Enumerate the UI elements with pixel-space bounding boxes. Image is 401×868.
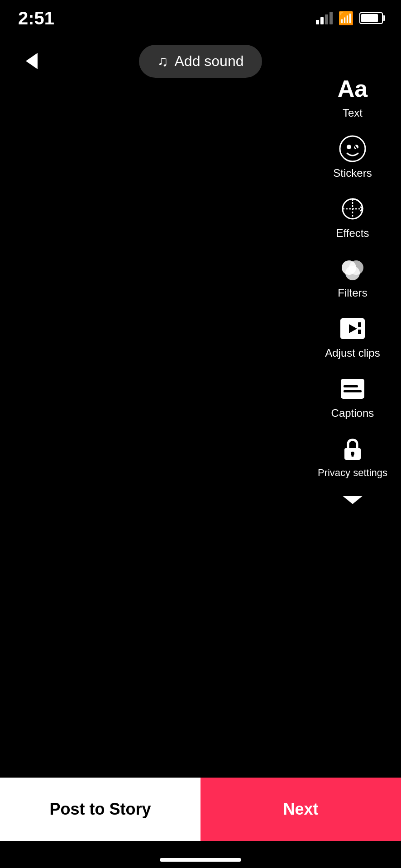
svg-rect-21 (351, 453, 353, 457)
signal-icon (316, 12, 333, 24)
captions-label: Captions (331, 407, 374, 420)
bottom-buttons: Post to Story Next (0, 778, 401, 841)
text-label: Text (343, 107, 363, 120)
svg-rect-13 (358, 322, 361, 327)
privacy-settings-icon (338, 434, 367, 463)
captions-tool[interactable]: Captions (327, 368, 379, 426)
effects-label: Effects (336, 227, 369, 240)
captions-icon (338, 374, 367, 403)
text-icon: Aa (338, 74, 367, 103)
adjust-clips-icon (338, 314, 367, 343)
adjust-clips-tool[interactable]: Adjust clips (320, 308, 384, 366)
svg-point-0 (340, 136, 365, 161)
battery-icon (359, 12, 383, 24)
back-chevron-icon (26, 53, 38, 69)
post-to-story-button[interactable]: Post to Story (0, 778, 200, 841)
stickers-icon (338, 134, 367, 163)
svg-rect-16 (344, 385, 358, 387)
status-icons: 📶 (316, 11, 383, 26)
right-toolbar: Aa Text Stickers (313, 68, 392, 513)
text-tool[interactable]: Aa Text (330, 68, 375, 126)
stickers-tool[interactable]: Stickers (329, 128, 376, 186)
more-tools-button[interactable] (334, 487, 372, 513)
next-button[interactable]: Next (200, 778, 401, 841)
adjust-clips-label: Adjust clips (325, 347, 380, 360)
svg-rect-17 (344, 390, 362, 392)
svg-rect-14 (358, 330, 361, 334)
music-note-icon: ♫ (157, 53, 168, 70)
wifi-icon: 📶 (338, 11, 354, 26)
svg-point-9 (345, 266, 360, 280)
svg-point-1 (347, 145, 351, 149)
status-bar: 2:51 📶 (0, 0, 401, 36)
privacy-settings-tool[interactable]: Privacy settings (313, 428, 392, 485)
back-button[interactable] (18, 47, 45, 75)
chevron-down-icon (343, 496, 363, 504)
effects-tool[interactable]: Effects (330, 188, 375, 246)
add-sound-label: Add sound (174, 53, 243, 70)
filters-tool[interactable]: Filters (330, 248, 375, 306)
effects-icon (338, 194, 367, 223)
stickers-label: Stickers (333, 167, 372, 180)
add-sound-button[interactable]: ♫ Add sound (139, 45, 262, 78)
privacy-settings-label: Privacy settings (318, 467, 387, 479)
status-time: 2:51 (18, 8, 54, 28)
filters-label: Filters (338, 287, 367, 300)
home-indicator (160, 858, 241, 862)
filters-icon (338, 254, 367, 283)
